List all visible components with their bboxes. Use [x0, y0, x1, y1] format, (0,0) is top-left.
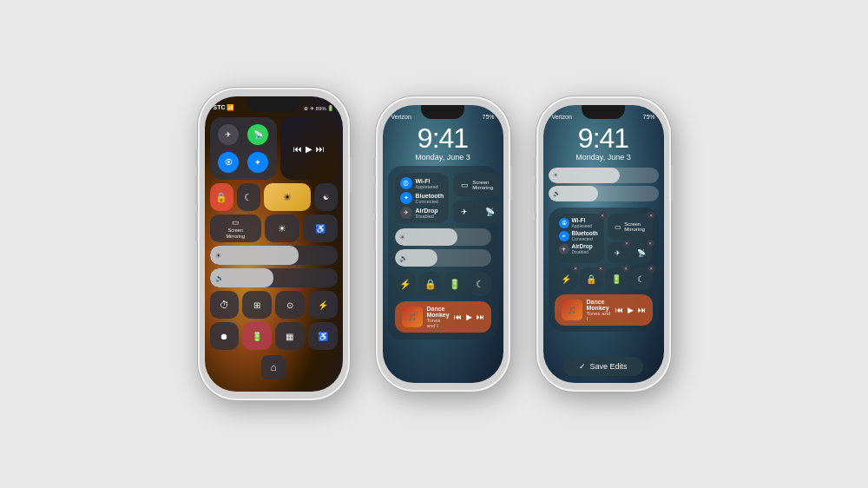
timer-tile[interactable]: ⏱: [210, 291, 240, 319]
flashlight-btn-3[interactable]: ✕ ⚡: [555, 267, 577, 290]
volume-up-button[interactable]: [195, 175, 198, 205]
next-btn-2[interactable]: ⏭: [477, 313, 484, 321]
home-tile[interactable]: ⌂: [261, 355, 286, 379]
notch-3: [582, 105, 625, 119]
accessibility-tile[interactable]: ♿: [303, 214, 338, 242]
next-button[interactable]: ⏭: [316, 144, 325, 154]
remote-tile[interactable]: ▦: [275, 322, 305, 350]
lcc-conn-right: ▭ ScreenMirroring ✈ 📡: [453, 173, 501, 223]
save-edits-button[interactable]: ✓ Save Edits: [563, 357, 642, 376]
moon-btn[interactable]: ☾: [470, 272, 491, 296]
prev-btn-3[interactable]: ⏮: [615, 306, 623, 314]
lock-btn[interactable]: 🔒: [419, 272, 441, 296]
lock-cc-panel-3: ✕ ⦿ Wi-Fi Appleseed ✦ Bluetooth: [549, 208, 659, 332]
music-artist-2: Tones and I: [427, 318, 450, 328]
mute-button-3[interactable]: [534, 157, 536, 176]
screen-mirroring-btn[interactable]: ▭ ScreenMirroring: [453, 173, 501, 197]
brightness-slider-2[interactable]: ☀: [395, 228, 491, 246]
wifi-item[interactable]: ⦿ Wi-Fi Appleseed: [400, 177, 444, 189]
wifi-toggle[interactable]: ⦿: [218, 152, 239, 173]
screen-mirror-btn-3[interactable]: ✕ ▭ ScreenMirroring: [608, 214, 653, 240]
hearing-tile[interactable]: ♿: [308, 322, 338, 350]
x-badge-moon[interactable]: ✕: [648, 265, 655, 273]
battery-btn-3[interactable]: ✕ 🔋: [605, 267, 628, 290]
music-info-2: Dance Monkey Tones and I: [427, 306, 450, 328]
airplane-toggle[interactable]: ✈: [218, 124, 239, 145]
play-btn-3[interactable]: ▶: [628, 306, 634, 314]
lcc-conn-block[interactable]: ⦿ Wi-Fi Appleseed ✦ Bluetooth Connected: [395, 173, 450, 223]
focus-tile[interactable]: ☯: [314, 183, 338, 211]
control-center-grid: ✈ 📡 ⦿ ✦: [210, 117, 338, 379]
lcc-conn-block-3[interactable]: ✕ ⦿ Wi-Fi Appleseed ✦ Bluetooth: [555, 214, 604, 263]
calculator-tile[interactable]: ⊞: [242, 291, 272, 319]
airplane-btn-3[interactable]: ✕ ✈: [608, 242, 628, 263]
bt-dot-3: ✦: [559, 231, 569, 241]
media-control-tile[interactable]: ⏮ ▶ ⏭: [280, 117, 338, 180]
screen-lock-tile[interactable]: 🔒: [210, 183, 233, 211]
lcc-conn-row: ⦿ Wi-Fi Appleseed ✦ Bluetooth Connected: [395, 173, 491, 223]
power-button-3[interactable]: [671, 166, 674, 201]
music-player-3[interactable]: 🎵 Dance Monkey Tones and I ⏮ ▶ ⏭: [555, 294, 653, 326]
bt-item[interactable]: ✦ Bluetooth Connected: [400, 192, 444, 204]
volume-up-button-2[interactable]: [373, 183, 376, 214]
moon-tile[interactable]: ☾: [237, 183, 260, 211]
lock-btn-3[interactable]: ✕ 🔒: [580, 267, 602, 290]
prev-button[interactable]: ⏮: [293, 144, 302, 154]
x-badge-flashlight[interactable]: ✕: [572, 265, 580, 273]
control-center-bg: STC 📶 ⊕ ✈ 89% 🔋 ✈ 📡: [205, 96, 343, 392]
power-button-2[interactable]: [510, 166, 513, 201]
prev-btn-2[interactable]: ⏮: [454, 313, 462, 321]
mute-button-2[interactable]: [373, 157, 376, 176]
cellular-btn-3[interactable]: ✕ 📡: [631, 242, 652, 263]
x-badge-battery[interactable]: ✕: [622, 265, 630, 273]
x-badge-mirror[interactable]: ✕: [647, 211, 655, 220]
wifi-name: Wi-Fi: [416, 178, 438, 184]
brightness-icon-tile[interactable]: ☀: [265, 214, 299, 242]
play-button[interactable]: ▶: [306, 144, 312, 154]
brightness-slider[interactable]: ☀: [210, 246, 338, 265]
x-badge-airplane[interactable]: ✕: [623, 240, 631, 247]
record-tile[interactable]: ⏺: [210, 322, 240, 350]
x-badge-conn[interactable]: ✕: [598, 211, 607, 220]
airdrop-item[interactable]: ✈ AirDrop Disabled: [400, 207, 444, 219]
x-badge-lock[interactable]: ✕: [597, 265, 605, 273]
save-checkmark: ✓: [579, 362, 586, 371]
volume-down-button-2[interactable]: [373, 220, 376, 250]
phone-3-screen: Verizon 75% 9:41 Monday, June 3 ☀ 🔊: [543, 105, 664, 383]
airplane-btn[interactable]: ✈: [453, 201, 476, 223]
brightness-icon-2: ☀: [399, 234, 405, 241]
brightness-icon-3: ☀: [553, 172, 558, 179]
screen-mirroring-tile[interactable]: ▭ Screen Mirroring: [210, 214, 262, 242]
volume-up-button-3[interactable]: [534, 183, 536, 214]
volume-down-button-3[interactable]: [534, 220, 536, 250]
volume-slider-2[interactable]: 🔊: [395, 249, 491, 267]
album-art-3: 🎵: [562, 300, 582, 320]
connectivity-block[interactable]: ✈ 📡 ⦿ ✦: [210, 117, 278, 180]
flashlight-tile[interactable]: ⚡: [308, 291, 338, 319]
lcc-conn-row-3: ✕ ⦿ Wi-Fi Appleseed ✦ Bluetooth: [555, 214, 653, 263]
volume-slider[interactable]: 🔊: [210, 268, 338, 287]
volume-down-button[interactable]: [195, 211, 198, 241]
battery-tile[interactable]: 🔋: [242, 322, 272, 350]
play-btn-2[interactable]: ▶: [466, 313, 472, 321]
flashlight-btn[interactable]: ⚡: [395, 272, 417, 296]
wifi-dot: ⦿: [400, 177, 412, 189]
battery-btn[interactable]: 🔋: [444, 272, 466, 296]
music-info-3: Dance Monkey Tones and I: [587, 299, 611, 321]
x-badge-cellular[interactable]: ✕: [647, 240, 654, 247]
brightness-tile[interactable]: ☀: [264, 183, 311, 211]
lockscreen-bg-3: Verizon 75% 9:41 Monday, June 3 ☀ 🔊: [543, 105, 664, 383]
moon-btn-3[interactable]: ✕ ☾: [630, 267, 653, 290]
wifi-item-3: ⦿ Wi-Fi Appleseed: [559, 217, 600, 228]
music-player-2[interactable]: 🎵 Dance Monkey Tones and I ⏮ ▶ ⏭: [395, 301, 491, 333]
volume-slider-3[interactable]: 🔊: [549, 186, 659, 201]
camera-tile[interactable]: ⊙: [275, 291, 305, 319]
bluetooth-toggle[interactable]: ✦: [247, 152, 268, 173]
mute-button[interactable]: [195, 148, 198, 168]
brightness-slider-3[interactable]: ☀: [549, 168, 659, 183]
cellular-btn[interactable]: 📡: [478, 201, 501, 223]
status-right: ⊕ ✈ 89% 🔋: [304, 105, 333, 111]
cellular-toggle[interactable]: 📡: [247, 124, 268, 145]
next-btn-3[interactable]: ⏭: [638, 306, 646, 314]
power-button[interactable]: [350, 157, 352, 192]
